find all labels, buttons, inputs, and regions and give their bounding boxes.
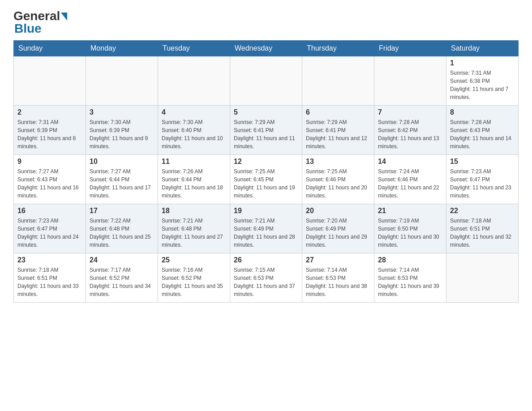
calendar-day-cell: 6Sunrise: 7:29 AM Sunset: 6:41 PM Daylig… [302,106,374,155]
calendar-day-cell: 27Sunrise: 7:14 AM Sunset: 6:53 PM Dayli… [302,253,374,303]
calendar-day-cell: 9Sunrise: 7:27 AM Sunset: 6:43 PM Daylig… [14,155,86,204]
day-info: Sunrise: 7:27 AM Sunset: 6:43 PM Dayligh… [17,167,82,200]
calendar-day-cell: 24Sunrise: 7:17 AM Sunset: 6:52 PM Dayli… [86,253,158,303]
calendar-day-cell: 8Sunrise: 7:28 AM Sunset: 6:43 PM Daylig… [446,106,519,155]
day-info: Sunrise: 7:16 AM Sunset: 6:52 PM Dayligh… [162,266,226,298]
calendar-header-row: SundayMondayTuesdayWednesdayThursdayFrid… [14,41,519,56]
logo: General Blue [13,9,67,36]
day-info: Sunrise: 7:19 AM Sunset: 6:50 PM Dayligh… [378,217,442,249]
day-number: 25 [162,256,226,264]
calendar-day-cell: 3Sunrise: 7:30 AM Sunset: 6:39 PM Daylig… [86,106,158,155]
day-info: Sunrise: 7:24 AM Sunset: 6:46 PM Dayligh… [378,167,442,200]
day-info: Sunrise: 7:31 AM Sunset: 6:38 PM Dayligh… [450,69,515,101]
calendar-day-cell: 22Sunrise: 7:18 AM Sunset: 6:51 PM Dayli… [446,204,519,253]
calendar-week-row: 16Sunrise: 7:23 AM Sunset: 6:47 PM Dayli… [14,204,519,253]
day-info: Sunrise: 7:28 AM Sunset: 6:43 PM Dayligh… [450,118,515,150]
calendar-day-cell: 23Sunrise: 7:18 AM Sunset: 6:51 PM Dayli… [14,253,86,303]
calendar-week-row: 9Sunrise: 7:27 AM Sunset: 6:43 PM Daylig… [14,155,519,204]
day-number: 1 [450,59,515,67]
calendar-day-cell: 12Sunrise: 7:25 AM Sunset: 6:45 PM Dayli… [230,155,302,204]
calendar-week-row: 23Sunrise: 7:18 AM Sunset: 6:51 PM Dayli… [14,253,519,303]
day-info: Sunrise: 7:25 AM Sunset: 6:46 PM Dayligh… [306,167,370,200]
calendar-day-cell [302,56,374,106]
calendar-week-row: 1Sunrise: 7:31 AM Sunset: 6:38 PM Daylig… [14,56,519,106]
day-info: Sunrise: 7:30 AM Sunset: 6:40 PM Dayligh… [162,118,226,150]
logo-arrow-icon [61,13,67,21]
day-number: 24 [90,256,154,264]
day-number: 22 [450,207,515,215]
day-number: 13 [306,158,370,166]
calendar-day-cell [86,56,158,106]
day-number: 27 [306,256,370,264]
day-info: Sunrise: 7:20 AM Sunset: 6:49 PM Dayligh… [306,217,370,249]
day-number: 14 [378,158,442,166]
calendar-day-cell: 2Sunrise: 7:31 AM Sunset: 6:39 PM Daylig… [14,106,86,155]
day-info: Sunrise: 7:29 AM Sunset: 6:41 PM Dayligh… [306,118,370,150]
day-info: Sunrise: 7:22 AM Sunset: 6:48 PM Dayligh… [90,217,154,249]
day-number: 15 [450,158,515,166]
day-info: Sunrise: 7:14 AM Sunset: 6:53 PM Dayligh… [378,266,442,298]
calendar-day-cell [14,56,86,106]
calendar-day-cell: 1Sunrise: 7:31 AM Sunset: 6:38 PM Daylig… [446,56,519,106]
calendar-day-cell: 17Sunrise: 7:22 AM Sunset: 6:48 PM Dayli… [86,204,158,253]
day-of-week-header: Sunday [14,41,86,56]
day-of-week-header: Wednesday [230,41,302,56]
day-info: Sunrise: 7:18 AM Sunset: 6:51 PM Dayligh… [17,266,82,298]
day-info: Sunrise: 7:29 AM Sunset: 6:41 PM Dayligh… [234,118,298,150]
calendar-day-cell: 14Sunrise: 7:24 AM Sunset: 6:46 PM Dayli… [374,155,446,204]
day-of-week-header: Thursday [302,41,374,56]
calendar-day-cell: 11Sunrise: 7:26 AM Sunset: 6:44 PM Dayli… [158,155,230,204]
day-number: 28 [378,256,442,264]
day-info: Sunrise: 7:21 AM Sunset: 6:48 PM Dayligh… [162,217,226,249]
day-of-week-header: Tuesday [158,41,230,56]
day-number: 17 [90,207,154,215]
day-info: Sunrise: 7:25 AM Sunset: 6:45 PM Dayligh… [234,167,298,200]
day-number: 4 [162,108,226,116]
calendar-day-cell: 21Sunrise: 7:19 AM Sunset: 6:50 PM Dayli… [374,204,446,253]
calendar-day-cell: 5Sunrise: 7:29 AM Sunset: 6:41 PM Daylig… [230,106,302,155]
day-of-week-header: Saturday [446,41,519,56]
calendar-day-cell: 15Sunrise: 7:23 AM Sunset: 6:47 PM Dayli… [446,155,519,204]
calendar-day-cell: 26Sunrise: 7:15 AM Sunset: 6:53 PM Dayli… [230,253,302,303]
day-number: 8 [450,108,515,116]
calendar-day-cell: 4Sunrise: 7:30 AM Sunset: 6:40 PM Daylig… [158,106,230,155]
calendar-day-cell [374,56,446,106]
day-number: 5 [234,108,298,116]
calendar-day-cell: 19Sunrise: 7:21 AM Sunset: 6:49 PM Dayli… [230,204,302,253]
calendar-day-cell [446,253,519,303]
day-info: Sunrise: 7:18 AM Sunset: 6:51 PM Dayligh… [450,217,515,249]
day-number: 11 [162,158,226,166]
day-number: 3 [90,108,154,116]
day-info: Sunrise: 7:15 AM Sunset: 6:53 PM Dayligh… [234,266,298,298]
day-of-week-header: Friday [374,41,446,56]
day-info: Sunrise: 7:31 AM Sunset: 6:39 PM Dayligh… [17,118,82,150]
calendar-day-cell: 28Sunrise: 7:14 AM Sunset: 6:53 PM Dayli… [374,253,446,303]
calendar-table: SundayMondayTuesdayWednesdayThursdayFrid… [13,40,519,303]
calendar-day-cell: 20Sunrise: 7:20 AM Sunset: 6:49 PM Dayli… [302,204,374,253]
day-number: 19 [234,207,298,215]
calendar-day-cell: 25Sunrise: 7:16 AM Sunset: 6:52 PM Dayli… [158,253,230,303]
page-header: General Blue [13,9,519,36]
day-number: 20 [306,207,370,215]
day-number: 16 [17,207,82,215]
day-info: Sunrise: 7:23 AM Sunset: 6:47 PM Dayligh… [17,217,82,249]
logo-blue-text: Blue [14,21,42,36]
calendar-day-cell [158,56,230,106]
day-number: 2 [17,108,82,116]
calendar-day-cell: 16Sunrise: 7:23 AM Sunset: 6:47 PM Dayli… [14,204,86,253]
day-number: 21 [378,207,442,215]
day-info: Sunrise: 7:30 AM Sunset: 6:39 PM Dayligh… [90,118,154,150]
day-info: Sunrise: 7:14 AM Sunset: 6:53 PM Dayligh… [306,266,370,298]
calendar-day-cell: 18Sunrise: 7:21 AM Sunset: 6:48 PM Dayli… [158,204,230,253]
calendar-day-cell: 13Sunrise: 7:25 AM Sunset: 6:46 PM Dayli… [302,155,374,204]
day-number: 26 [234,256,298,264]
day-number: 23 [17,256,82,264]
calendar-day-cell [230,56,302,106]
calendar-week-row: 2Sunrise: 7:31 AM Sunset: 6:39 PM Daylig… [14,106,519,155]
day-info: Sunrise: 7:21 AM Sunset: 6:49 PM Dayligh… [234,217,298,249]
day-info: Sunrise: 7:23 AM Sunset: 6:47 PM Dayligh… [450,167,515,200]
day-number: 9 [17,158,82,166]
day-of-week-header: Monday [86,41,158,56]
day-info: Sunrise: 7:26 AM Sunset: 6:44 PM Dayligh… [162,167,226,200]
day-number: 18 [162,207,226,215]
